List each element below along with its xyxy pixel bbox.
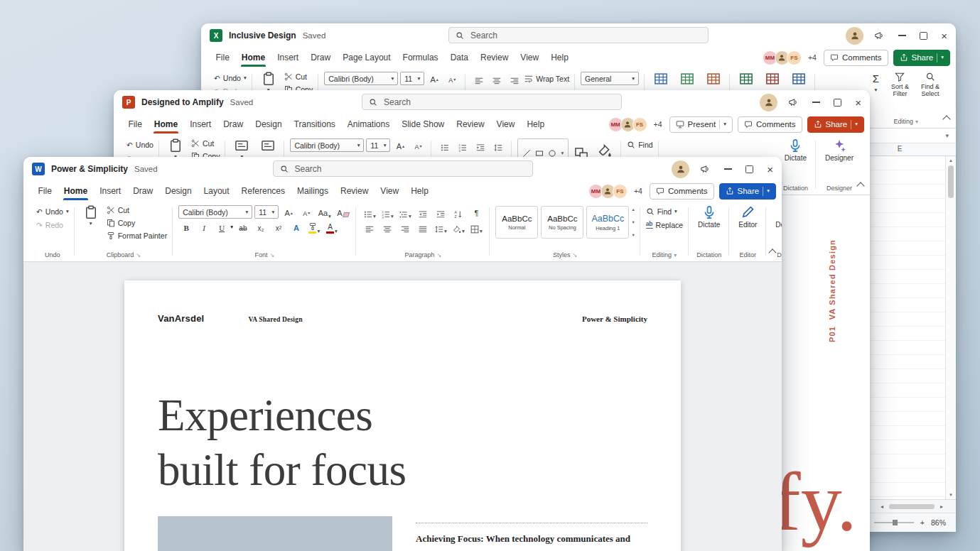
tab-slide-show[interactable]: Slide Show: [396, 115, 451, 133]
zoom-level[interactable]: 86%: [931, 518, 946, 527]
tab-help[interactable]: Help: [405, 182, 435, 200]
outdent-button[interactable]: [415, 205, 431, 219]
tab-page-layout[interactable]: Page Layout: [337, 48, 397, 67]
share-button[interactable]: Share ▾: [719, 183, 776, 200]
tab-transitions[interactable]: Transitions: [288, 115, 341, 133]
font-size-combo[interactable]: 11▾: [366, 138, 390, 152]
formula-bar-expand-icon[interactable]: ▾: [945, 133, 949, 139]
tab-insert[interactable]: Insert: [271, 48, 305, 67]
share-button[interactable]: Share ▾: [807, 116, 864, 133]
megaphone-icon[interactable]: [788, 97, 798, 107]
avatar[interactable]: [672, 160, 689, 178]
sort-filter-button[interactable]: Sort &Filter: [888, 70, 912, 98]
document-page[interactable]: VanArsdel VA Shared Design Power & Simpl…: [124, 280, 681, 551]
dialog-launcher-icon[interactable]: ↘: [437, 252, 442, 258]
maximize-button[interactable]: [745, 165, 753, 173]
styles-gallery-scroll[interactable]: ▴ ▾ ▾: [632, 205, 634, 239]
minimize-button[interactable]: [812, 102, 820, 103]
comments-button[interactable]: Comments: [824, 50, 888, 66]
minimize-button[interactable]: [724, 168, 732, 170]
scroll-down-icon[interactable]: ▾: [632, 219, 634, 225]
tab-file[interactable]: File: [210, 48, 235, 67]
show-formatting-button[interactable]: ¶: [468, 205, 484, 219]
format-cells-button[interactable]: [788, 70, 809, 86]
avatar-overflow-count[interactable]: +4: [654, 120, 662, 129]
shrink-font-button[interactable]: A▾: [410, 138, 426, 152]
column-header-e[interactable]: E: [894, 145, 905, 153]
format-as-table-button[interactable]: [677, 70, 698, 86]
close-button[interactable]: ×: [941, 31, 947, 41]
insert-cells-button[interactable]: [736, 70, 757, 86]
align-right-button[interactable]: [397, 220, 413, 234]
dialog-launcher-icon[interactable]: ▾: [915, 119, 918, 125]
delete-cells-button[interactable]: [762, 70, 783, 86]
tab-help[interactable]: Help: [545, 48, 575, 67]
italic-button[interactable]: I: [196, 220, 212, 234]
tab-data[interactable]: Data: [444, 48, 474, 67]
dialog-launcher-icon[interactable]: ▾: [674, 252, 677, 258]
undo-button[interactable]: ↶Undo▾: [214, 72, 247, 84]
align-center-button[interactable]: [489, 72, 505, 85]
wrap-text-button[interactable]: Wrap Text: [524, 72, 569, 84]
tab-design[interactable]: Design: [159, 182, 198, 200]
font-name-combo[interactable]: Calibri (Body)▾: [324, 72, 398, 85]
tab-design[interactable]: Design: [249, 115, 288, 133]
cut-button[interactable]: Cut: [107, 204, 167, 216]
indent-button[interactable]: [473, 138, 488, 152]
avatar-overflow-count[interactable]: +4: [808, 53, 817, 62]
minimize-button[interactable]: [898, 35, 906, 36]
chevron-down-icon[interactable]: ▾: [230, 224, 233, 230]
subscript-button[interactable]: x₂: [253, 220, 269, 234]
tab-home[interactable]: Home: [58, 182, 93, 200]
tab-draw[interactable]: Draw: [127, 182, 159, 200]
tab-insert[interactable]: Insert: [94, 182, 127, 200]
shading-button[interactable]: ▾: [451, 220, 466, 234]
scroll-up-icon[interactable]: ▴: [632, 207, 634, 212]
tab-file[interactable]: File: [122, 115, 148, 133]
bullet-list-button[interactable]: ▾: [362, 205, 377, 219]
dialog-launcher-icon[interactable]: ↘: [572, 252, 577, 258]
scrollbar-thumb[interactable]: [948, 165, 954, 198]
tab-view[interactable]: View: [375, 182, 405, 200]
style-no-spacing[interactable]: AaBbCc No Spacing: [541, 206, 583, 239]
zoom-slider-thumb[interactable]: [893, 520, 898, 525]
search-box[interactable]: [273, 160, 533, 177]
align-left-button[interactable]: [471, 72, 487, 85]
font-name-combo[interactable]: Calibri (Body)▾: [178, 205, 252, 219]
avatar-fs[interactable]: FS: [787, 50, 802, 65]
underline-button[interactable]: U: [214, 220, 230, 234]
align-right-button[interactable]: [507, 72, 522, 85]
tab-references[interactable]: References: [235, 182, 291, 200]
style-normal[interactable]: AaBbCc Normal: [495, 206, 538, 239]
comments-button[interactable]: Comments: [738, 116, 802, 133]
find-button[interactable]: Find: [627, 138, 652, 151]
scrollbar-thumb[interactable]: [889, 504, 935, 509]
undo-button[interactable]: ↶Undo: [126, 138, 154, 151]
avatar[interactable]: [846, 27, 863, 45]
tab-draw[interactable]: Draw: [217, 115, 249, 133]
comments-button[interactable]: Comments: [650, 183, 714, 200]
multilevel-list-button[interactable]: ▾: [397, 205, 413, 219]
line-spacing-button[interactable]: ▾: [433, 220, 448, 234]
strikethrough-button[interactable]: ab: [235, 220, 251, 234]
numbered-list-button[interactable]: ▾: [379, 205, 395, 219]
slide-layout-button[interactable]: [257, 137, 279, 160]
tab-review[interactable]: Review: [474, 48, 514, 67]
tab-review[interactable]: Review: [451, 115, 490, 133]
change-case-button[interactable]: Aa▾: [316, 205, 333, 219]
present-button[interactable]: Present ▾: [669, 116, 733, 133]
zoom-in-button[interactable]: +: [920, 518, 925, 527]
bullet-list-button[interactable]: [437, 138, 453, 152]
align-left-button[interactable]: [362, 220, 377, 234]
megaphone-icon[interactable]: [700, 164, 710, 174]
close-button[interactable]: ×: [855, 97, 861, 108]
search-box[interactable]: [448, 27, 709, 43]
line-spacing-button[interactable]: [490, 138, 506, 152]
tab-formulas[interactable]: Formulas: [397, 48, 444, 67]
superscript-button[interactable]: x²: [271, 220, 286, 234]
tab-animations[interactable]: Animations: [341, 115, 395, 133]
tab-view[interactable]: View: [490, 115, 521, 133]
dictate-button[interactable]: Dictate: [781, 137, 810, 163]
tab-help[interactable]: Help: [521, 115, 551, 133]
sort-button[interactable]: [451, 205, 466, 219]
